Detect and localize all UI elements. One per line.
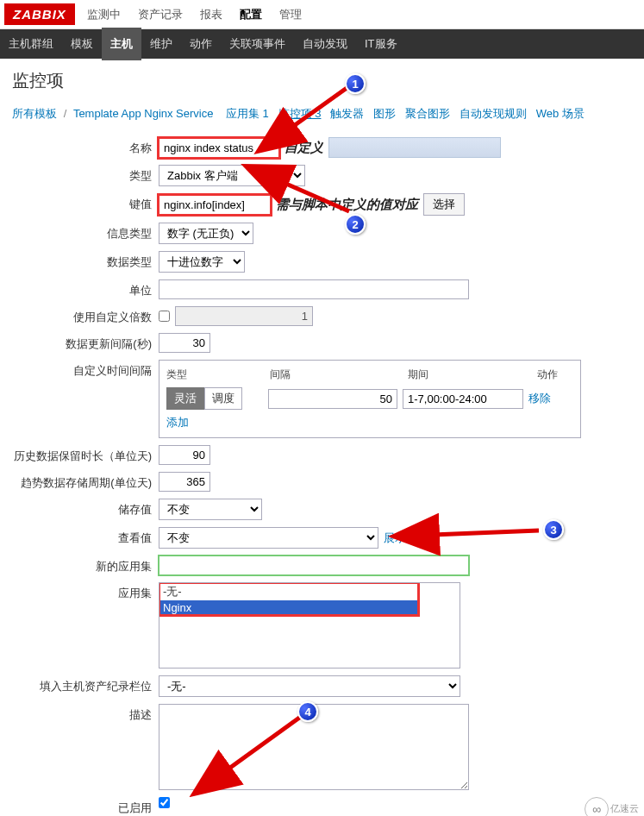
interval-value-input[interactable] (268, 389, 397, 409)
logo: ZABBIX (4, 3, 75, 25)
custom-mult-input (175, 306, 313, 326)
trend-input[interactable] (159, 472, 210, 492)
enabled-checkbox[interactable] (159, 797, 170, 808)
store-select[interactable]: 不变 (159, 499, 262, 520)
new-app-label: 新的应用集 (12, 556, 159, 574)
interval-period-input[interactable] (403, 389, 523, 409)
topmenu-monitoring[interactable]: 监测中 (85, 2, 122, 28)
trend-label: 趋势数据存储周期(单位天) (12, 472, 159, 491)
history-label: 历史数据保留时长（单位天) (12, 445, 159, 464)
int-h-interval: 间隔 (270, 367, 408, 382)
unit-input[interactable] (159, 279, 469, 299)
info-type-select[interactable]: 数字 (无正负) (159, 223, 253, 244)
interval-remove-link[interactable]: 移除 (528, 391, 551, 406)
bc-template[interactable]: Template App Nginx Service (73, 107, 214, 120)
data-type-select[interactable]: 十进位数字 (159, 251, 245, 273)
bc-web[interactable]: Web 场景 (536, 107, 585, 120)
app-option-nginx[interactable]: Nginx (159, 600, 418, 615)
bc-applications[interactable]: 应用集 1 (226, 107, 269, 120)
bc-graphs[interactable]: 图形 (373, 107, 396, 120)
history-input[interactable] (159, 445, 210, 465)
show-value-label: 查看值 (12, 527, 159, 546)
key-input[interactable] (159, 195, 271, 215)
store-label: 储存值 (12, 499, 159, 518)
subbar: 主机群组 模板 主机 维护 动作 关联项事件 自动发现 IT服务 (0, 29, 644, 59)
page-root: ZABBIX 监测中 资产记录 报表 配置 管理 主机群组 模板 主机 维护 动… (0, 0, 644, 816)
submenu-templates[interactable]: 模板 (62, 28, 102, 60)
submenu-actions[interactable]: 动作 (181, 28, 221, 60)
badge-4: 4 (297, 701, 318, 722)
custom-interval-label: 自定义时间间隔 (12, 360, 159, 379)
app-label: 应用集 (12, 582, 159, 601)
key-select-button[interactable]: 选择 (423, 193, 465, 216)
key-annotation: 需与脚本中定义的值对应 (276, 197, 418, 213)
badge-1: 1 (345, 73, 366, 94)
interval-tab-sched[interactable]: 调度 (204, 387, 242, 410)
page-title: 监控项 (0, 59, 644, 99)
name-annotation: 自定义 (284, 140, 323, 156)
submenu-maintenance[interactable]: 维护 (141, 28, 181, 60)
name-input[interactable] (159, 138, 279, 158)
interval-add-link[interactable]: 添加 (166, 416, 189, 429)
breadcrumb: 所有模板 / Template App Nginx Service 应用集 1 … (0, 99, 644, 129)
bc-all-templates[interactable]: 所有模板 (12, 107, 57, 120)
submenu-hostgroups[interactable]: 主机群组 (0, 28, 62, 60)
unit-label: 单位 (12, 279, 159, 298)
show-value-mapping-link[interactable]: 展示值映射 (384, 530, 440, 546)
enabled-label: 已启用 (12, 797, 159, 816)
form: 名称 自定义 类型 Zabbix 客户端 键值 需与脚本中定义的值对应 选择 信… (0, 129, 644, 816)
update-interval-label: 数据更新间隔(秒) (12, 333, 159, 352)
interval-box: 类型 间隔 期间 动作 灵活 调度 移除 添加 (159, 360, 581, 438)
watermark-yisu: ∞亿速云 (585, 797, 639, 816)
badge-3: 3 (543, 519, 564, 540)
key-label: 键值 (12, 193, 159, 212)
submenu-correlation[interactable]: 关联项事件 (221, 28, 294, 60)
submenu-itservices[interactable]: IT服务 (356, 28, 406, 60)
custom-mult-checkbox[interactable] (159, 311, 170, 322)
topmenu-administration[interactable]: 管理 (278, 2, 303, 28)
bc-items[interactable]: 监控项 3 (278, 107, 322, 120)
int-h-type: 类型 (166, 367, 270, 382)
submenu-discovery[interactable]: 自动发现 (294, 28, 356, 60)
update-interval-input[interactable] (159, 333, 210, 353)
app-option-none[interactable]: -无- (159, 583, 418, 600)
data-type-label: 数据类型 (12, 251, 159, 270)
submenu-hosts[interactable]: 主机 (102, 28, 141, 60)
topmenu: 监测中 资产记录 报表 配置 管理 (85, 2, 303, 28)
inventory-select[interactable]: -无- (159, 675, 460, 697)
badge-2: 2 (345, 214, 366, 235)
name-label: 名称 (12, 137, 159, 156)
submenu: 主机群组 模板 主机 维护 动作 关联项事件 自动发现 IT服务 (0, 28, 406, 60)
topmenu-reports[interactable]: 报表 (198, 2, 224, 28)
show-value-select[interactable]: 不变 (159, 527, 378, 549)
inventory-label: 填入主机资产纪录栏位 (12, 675, 159, 694)
bc-discovery[interactable]: 自动发现规则 (460, 107, 527, 120)
new-app-input[interactable] (159, 556, 469, 575)
type-label: 类型 (12, 165, 159, 184)
info-type-label: 信息类型 (12, 223, 159, 242)
bc-screens[interactable]: 聚合图形 (405, 107, 450, 120)
desc-label: 描述 (12, 704, 159, 723)
int-h-period: 期间 (408, 367, 537, 382)
type-select[interactable]: Zabbix 客户端 (159, 165, 305, 186)
app-listbox[interactable]: -无- Nginx (159, 582, 460, 668)
bc-triggers[interactable]: 触发器 (330, 107, 364, 120)
topmenu-inventory[interactable]: 资产记录 (136, 2, 184, 28)
int-h-action: 动作 (537, 367, 572, 382)
topmenu-configuration[interactable]: 配置 (238, 2, 264, 28)
interval-tab-flex[interactable]: 灵活 (166, 387, 204, 410)
custom-mult-label: 使用自定义倍数 (12, 306, 159, 325)
topbar: ZABBIX 监测中 资产记录 报表 配置 管理 (0, 0, 644, 29)
